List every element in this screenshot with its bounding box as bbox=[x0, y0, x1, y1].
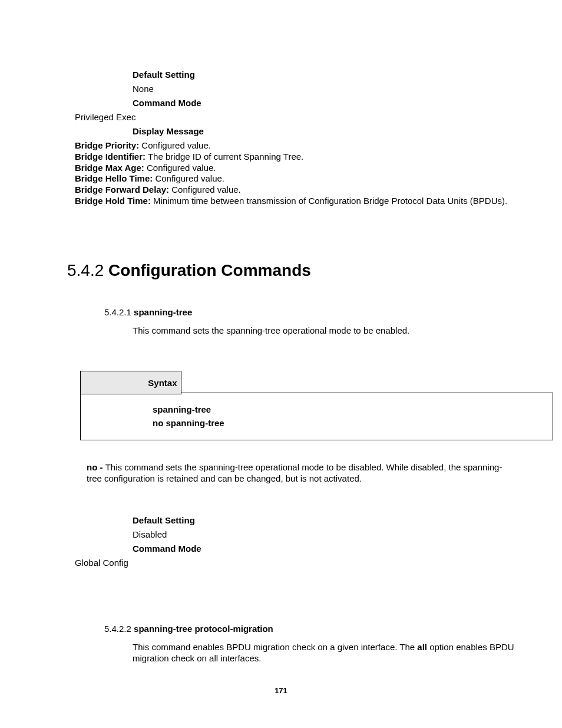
subsection-desc: This command enables BPDU migration chec… bbox=[133, 641, 515, 664]
definition-row: Bridge Hold Time: Minimum time between t… bbox=[75, 196, 515, 207]
syntax-body: spanning-tree no spanning-tree bbox=[81, 393, 553, 440]
section-title: Configuration Commands bbox=[108, 261, 311, 279]
desc-bold: all bbox=[417, 642, 427, 652]
definition-term: Bridge Forward Delay: bbox=[75, 185, 169, 195]
display-message-label: Display Message bbox=[133, 126, 515, 136]
command-mode-label-2: Command Mode bbox=[133, 543, 515, 554]
definition-term: Bridge Identifier: bbox=[75, 151, 146, 162]
subsection-number: 5.4.2.1 bbox=[104, 307, 134, 317]
desc-pre: This command enables BPDU migration chec… bbox=[133, 642, 417, 652]
definition-desc: Configured value. bbox=[169, 185, 241, 195]
command-mode-label-1: Command Mode bbox=[133, 98, 515, 108]
definition-row: Bridge Max Age: Configured value. bbox=[75, 163, 515, 174]
definition-term: Bridge Priority: bbox=[75, 140, 139, 150]
command-mode-value-2: Global Config bbox=[75, 558, 515, 568]
page-number: 171 bbox=[0, 686, 562, 695]
definition-term: Bridge Hold Time: bbox=[75, 196, 151, 206]
definition-row: Bridge Forward Delay: Configured value. bbox=[75, 185, 515, 196]
syntax-tab: Syntax bbox=[80, 371, 181, 394]
definition-desc: The bridge ID of current Spanning Tree. bbox=[146, 151, 303, 162]
subsection-heading: 5.4.2.1 spanning-tree bbox=[104, 307, 515, 317]
command-mode-value-1: Privileged Exec bbox=[75, 112, 515, 122]
definition-term: Bridge Max Age: bbox=[75, 163, 144, 173]
note-bold: no - bbox=[87, 462, 105, 472]
subsection-heading: 5.4.2.2 spanning-tree protocol-migration bbox=[104, 624, 515, 634]
default-setting-value-1: None bbox=[133, 84, 515, 94]
default-setting-label-1: Default Setting bbox=[133, 70, 515, 80]
default-setting-value-2: Disabled bbox=[133, 529, 515, 539]
definition-desc: Minimum time between transmission of Con… bbox=[151, 196, 507, 206]
section-heading: 5.4.2 Configuration Commands bbox=[67, 261, 515, 280]
note-text: no - This command sets the spanning-tree… bbox=[87, 462, 515, 485]
note-rest: This command sets the spanning-tree oper… bbox=[87, 462, 502, 484]
syntax-label: Syntax bbox=[148, 378, 177, 388]
definition-row: Bridge Identifier: The bridge ID of curr… bbox=[75, 151, 515, 163]
definition-term: Bridge Hello Time: bbox=[75, 173, 153, 183]
subsection-desc: This command sets the spanning-tree oper… bbox=[133, 325, 515, 337]
syntax-line: spanning-tree bbox=[153, 403, 547, 416]
subsection-title: spanning-tree protocol-migration bbox=[134, 624, 273, 634]
definition-desc: Configured value. bbox=[153, 173, 224, 183]
definition-row: Bridge Priority: Configured value. bbox=[75, 140, 515, 151]
definition-desc: Configured value. bbox=[139, 140, 211, 150]
definition-desc: Configured value. bbox=[144, 163, 216, 173]
subsection-title: spanning-tree bbox=[134, 307, 192, 317]
syntax-line: no spanning-tree bbox=[153, 416, 547, 430]
default-setting-label-2: Default Setting bbox=[133, 515, 515, 525]
section-number: 5.4.2 bbox=[67, 261, 108, 279]
subsection-number: 5.4.2.2 bbox=[104, 624, 134, 634]
syntax-box: Syntax spanning-tree no spanning-tree bbox=[80, 393, 553, 440]
definition-row: Bridge Hello Time: Configured value. bbox=[75, 173, 515, 185]
